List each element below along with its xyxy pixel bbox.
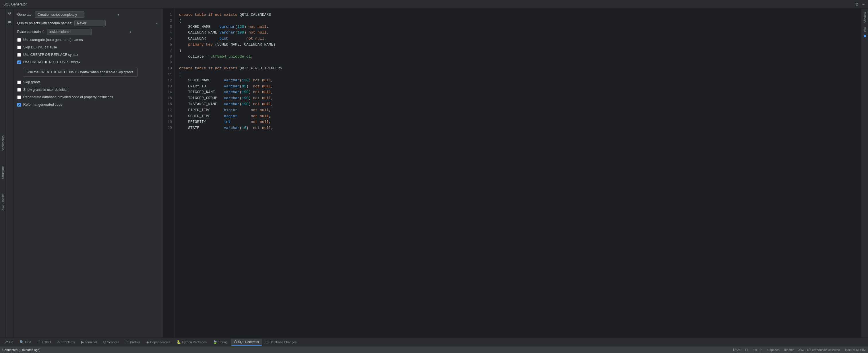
python-icon: 🐍	[177, 340, 181, 344]
replace-label: Use CREATE OR REPLACE syntax	[23, 53, 78, 57]
line-numbers: 12345 678910 1112131415 1617181920	[163, 9, 175, 338]
qualify-row: Qualify objects with schema names: Never…	[17, 20, 159, 26]
side-label-aws[interactable]: AWS Toolkit	[1, 192, 5, 212]
tab-todo[interactable]: ☰ TODO	[34, 339, 54, 345]
position-display: 1994 of 6144M	[845, 348, 866, 352]
tab-sqlgenerator[interactable]: ⬡ SQL Generator	[231, 339, 262, 346]
checkbox-skipgrants: Skip grants	[17, 80, 159, 85]
settings-icon[interactable]: ⚙	[855, 2, 859, 7]
code-area[interactable]: create table if not exists QRTZ_CALENDAR…	[175, 9, 861, 338]
tab-sqlgen-label: SQL Generator	[238, 340, 259, 344]
tooltip-box: Use the CREATE IF NOT EXISTS syntax when…	[23, 68, 138, 77]
tab-find[interactable]: 🔍 Find	[17, 339, 34, 345]
tab-services[interactable]: ◎ Services	[100, 339, 122, 345]
tab-dbchanges-label: Database Changes	[270, 341, 297, 344]
tab-terminal-label: Terminal	[85, 341, 97, 344]
reformat-label: Reformat generated code	[23, 103, 62, 107]
side-label-panel: Bookmarks Structure AWS Toolkit	[0, 9, 6, 338]
minimize-icon[interactable]: −	[862, 2, 865, 7]
regenerate-checkbox[interactable]	[17, 96, 21, 99]
qualify-label: Qualify objects with schema names:	[17, 21, 72, 25]
tab-python[interactable]: 🐍 Python Packages	[174, 339, 210, 345]
skipgrants-checkbox[interactable]	[17, 80, 21, 84]
encoding-display: LF	[745, 348, 749, 352]
tab-dependencies-label: Dependencies	[150, 341, 170, 344]
definer-label: Skip DEFINER clause	[23, 45, 57, 49]
tab-profiler-label: Profiler	[130, 341, 140, 344]
tab-spring[interactable]: 🍃 Spring	[210, 339, 230, 345]
tab-problems[interactable]: ⚠ Problems	[54, 339, 78, 345]
checkbox-regenerate: Regenerate database-provided code of pro…	[17, 95, 159, 100]
constraints-row: Place constraints: Inside column At end …	[17, 29, 159, 35]
checkbox-reformat: Reformat generated code	[17, 102, 159, 107]
generate-label: Generate:	[17, 12, 32, 16]
dbchanges-icon: ⬡	[266, 340, 268, 344]
checkbox-ifnotexists: Use CREATE IF NOT EXISTS syntax	[17, 60, 159, 65]
side-label-bookmarks[interactable]: Bookmarks	[1, 134, 5, 153]
tab-dependencies[interactable]: ◈ Dependencies	[144, 339, 173, 345]
title-bar: SQL Generator ⚙ −	[0, 0, 868, 9]
bottom-toolbar: ⎇ Git 🔍 Find ☰ TODO ⚠ Problems ▶ Termina…	[0, 338, 868, 346]
replace-checkbox[interactable]	[17, 53, 21, 57]
constraints-select[interactable]: Inside column At end of table In separat…	[47, 29, 92, 35]
tab-find-label: Find	[25, 341, 31, 344]
tab-spring-label: Spring	[218, 341, 228, 344]
regenerate-label: Regenerate database-provided code of pro…	[23, 95, 113, 99]
connection-status: Connected (9 minutes ago)	[2, 348, 40, 352]
tab-python-label: Python Packages	[182, 341, 207, 344]
ifnotexists-label: Use CREATE IF NOT EXISTS syntax	[23, 60, 81, 64]
checkbox-surrogate: Use surrogate (auto-generated) names	[17, 37, 159, 42]
indent-display: 4 spaces	[767, 348, 780, 352]
tab-git-label: Git	[9, 341, 13, 344]
copy-icon[interactable]: ⬒	[7, 19, 12, 26]
problems-icon: ⚠	[57, 340, 60, 344]
skipgrants-label: Skip grants	[23, 80, 40, 84]
qualify-select[interactable]: Never Always When needed	[74, 20, 105, 26]
surrogate-checkbox[interactable]	[17, 38, 21, 42]
aws-display: AWS: No credentials selected	[799, 348, 840, 352]
window-title: SQL Generator	[3, 2, 27, 6]
tooltip-text: Use the CREATE IF NOT EXISTS syntax when…	[27, 70, 133, 74]
services-icon: ◎	[103, 340, 106, 344]
tab-dbchanges[interactable]: ⬡ Database Changes	[262, 339, 299, 345]
gear-icon[interactable]: ⚙	[7, 10, 12, 16]
generate-select[interactable]: Creation script completely DDL only Data…	[35, 11, 84, 18]
status-bar: Connected (9 minutes ago) 12:24 LF UTF-8…	[0, 346, 868, 353]
terminal-icon: ▶	[81, 340, 84, 344]
spring-icon: 🍃	[213, 340, 217, 344]
right-sidebar: SciView Blo	[861, 9, 868, 338]
tab-terminal[interactable]: ▶ Terminal	[79, 339, 100, 345]
time-display: 12:24	[733, 348, 741, 352]
dependencies-icon: ◈	[146, 340, 149, 344]
showgrants-label: Show grants in user definition	[23, 88, 68, 92]
sciview-label[interactable]: SciView	[863, 11, 867, 24]
sql-generator-panel: Generate: Creation script completely DDL…	[14, 9, 163, 338]
tab-profiler[interactable]: ⏱ Profiler	[123, 339, 143, 345]
todo-icon: ☰	[37, 340, 40, 344]
tab-services-label: Services	[107, 341, 119, 344]
profiler-icon: ⏱	[125, 340, 129, 344]
checkbox-definer: Skip DEFINER clause	[17, 45, 159, 50]
constraints-label: Place constraints:	[17, 30, 44, 34]
surrogate-label: Use surrogate (auto-generated) names	[23, 38, 83, 42]
blo-label[interactable]: Blo	[863, 26, 867, 33]
branch-display: master	[784, 348, 794, 352]
find-icon: 🔍	[20, 340, 24, 344]
left-sidebar: ⚙ ⬒	[6, 9, 14, 338]
checkbox-showgrants: Show grants in user definition	[17, 87, 159, 92]
reformat-checkbox[interactable]	[17, 103, 21, 107]
code-editor: 12345 678910 1112131415 1617181920 creat…	[163, 9, 861, 338]
tab-problems-label: Problems	[61, 341, 74, 344]
notification-dot	[864, 35, 866, 37]
charset-display: UTF-8	[753, 348, 763, 352]
git-icon: ⎇	[4, 340, 8, 344]
tab-git[interactable]: ⎇ Git	[1, 339, 16, 345]
generate-row: Generate: Creation script completely DDL…	[17, 11, 159, 18]
sqlgen-icon: ⬡	[234, 340, 237, 344]
definer-checkbox[interactable]	[17, 45, 21, 49]
ifnotexists-checkbox[interactable]	[17, 61, 21, 64]
checkbox-replace: Use CREATE OR REPLACE syntax	[17, 52, 159, 57]
side-label-structure[interactable]: Structure	[1, 165, 5, 181]
tab-todo-label: TODO	[42, 341, 51, 344]
showgrants-checkbox[interactable]	[17, 88, 21, 92]
